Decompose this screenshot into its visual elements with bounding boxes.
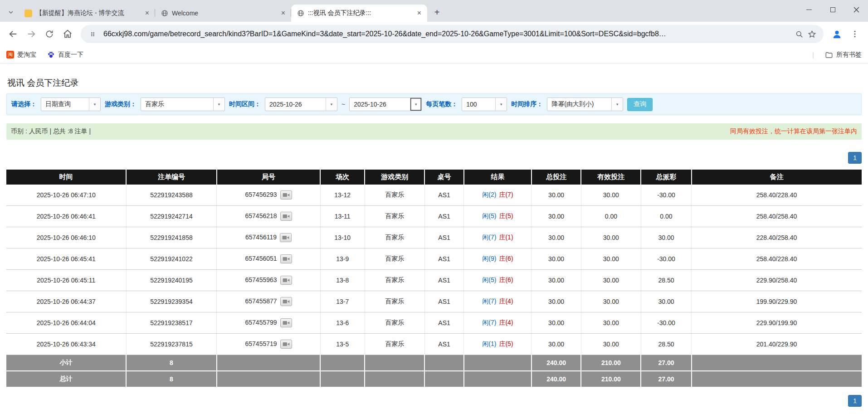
- result-player: 闲(2): [482, 191, 496, 198]
- date-start-dropdown[interactable]: 2025-10-26 ▼: [265, 97, 337, 111]
- bookmark-label: 爱淘宝: [17, 51, 36, 59]
- round-id: 657455719: [245, 340, 277, 347]
- chevron-down-icon[interactable]: ▼: [89, 98, 100, 111]
- per-page-dropdown[interactable]: 100 ▼: [462, 97, 507, 111]
- round-id: 657456293: [245, 191, 277, 198]
- browser-menu-button[interactable]: [846, 25, 863, 43]
- chevron-down-icon[interactable]: ▼: [410, 98, 421, 111]
- all-bookmarks-button[interactable]: 所有书签: [825, 51, 862, 59]
- chevron-down-icon[interactable]: ▼: [495, 98, 507, 111]
- time-cell: 2025-10-26 06:45:41: [6, 248, 126, 270]
- zoom-lens-icon[interactable]: [793, 28, 805, 40]
- search-button[interactable]: 查询: [627, 98, 653, 111]
- total-bet-cell[interactable]: 30.00: [532, 185, 581, 206]
- tab-close-icon[interactable]: ×: [415, 9, 424, 18]
- video-replay-button[interactable]: [280, 190, 292, 200]
- video-replay-button[interactable]: [280, 254, 292, 263]
- page-1-button[interactable]: 1: [848, 152, 862, 164]
- tab-haiyan-forum[interactable]: 【新提醒】海燕论坛 - 博学交流 ×: [19, 5, 155, 22]
- total-bet-cell[interactable]: 30.00: [532, 270, 581, 291]
- result-cell: 闲(5)庄(6): [464, 270, 532, 291]
- pagination-bottom: 1: [6, 395, 862, 407]
- refresh-button[interactable]: [41, 25, 58, 43]
- total-payout: 27.00: [641, 371, 691, 387]
- url-text[interactable]: 66cxkj98.com/game/betrecord_search/kind3…: [103, 30, 788, 38]
- chevron-down-icon[interactable]: ▼: [611, 98, 623, 111]
- header-payout: 总派彩: [641, 170, 691, 185]
- note-cell: 229.90/199.90: [692, 312, 862, 334]
- table-no-cell: AS1: [424, 185, 464, 206]
- tab-bet-records-active[interactable]: :::视讯 会员下注纪录::: ×: [291, 5, 427, 22]
- globe-icon: [161, 10, 168, 17]
- tab-welcome[interactable]: Welcome ×: [155, 5, 291, 22]
- total-bet-cell[interactable]: 30.00: [532, 248, 581, 270]
- bookmarks-separator: |: [812, 51, 814, 58]
- result-player: 闲(9): [482, 255, 496, 262]
- time-cell: 2025-10-26 06:44:04: [6, 312, 126, 334]
- video-replay-button[interactable]: [280, 340, 292, 349]
- subtotal-row: 小计 8 240.00 210.00 27.00: [6, 355, 862, 371]
- header-time: 时间: [6, 170, 126, 185]
- session-cell: 13-8: [320, 270, 365, 291]
- forward-button[interactable]: [23, 25, 40, 43]
- time-cell: 2025-10-26 06:43:34: [6, 334, 126, 355]
- tab-list-chevron-icon[interactable]: [5, 6, 17, 19]
- profile-avatar[interactable]: [828, 25, 845, 43]
- forward-icon: [26, 29, 36, 39]
- window-maximize-button[interactable]: [821, 0, 844, 19]
- valid-bet-cell: 30.00: [581, 334, 641, 355]
- result-player: 闲(7): [482, 297, 496, 305]
- tab-title: 【新提醒】海燕论坛 - 博学交流: [36, 9, 139, 17]
- home-button[interactable]: [59, 25, 76, 43]
- new-tab-button[interactable]: +: [431, 6, 443, 19]
- tab-title: :::视讯 会员下注纪录:::: [308, 9, 411, 17]
- result-banker: 庄(7): [499, 191, 513, 198]
- game-type-label: 游戏类别：: [105, 100, 137, 108]
- page-1-button[interactable]: 1: [848, 395, 862, 407]
- total-bet-cell[interactable]: 30.00: [532, 227, 581, 248]
- total-label: 总计: [6, 371, 126, 387]
- table-no-cell: AS1: [424, 206, 464, 227]
- video-replay-button[interactable]: [280, 297, 292, 306]
- sort-order-dropdown[interactable]: 降幂(由大到小) ▼: [547, 97, 623, 111]
- game-type-dropdown[interactable]: 百家乐 ▼: [141, 97, 225, 111]
- total-bet-cell[interactable]: 30.00: [532, 206, 581, 227]
- bookmark-taobao[interactable]: 淘 爱淘宝: [6, 51, 36, 59]
- note-cell: 258.40/258.40: [692, 206, 862, 227]
- tab-close-icon[interactable]: ×: [279, 9, 288, 18]
- table-no-cell: AS1: [424, 291, 464, 312]
- bet-table-body: 2025-10-26 06:47:10 522919243588 6574562…: [6, 185, 862, 355]
- video-replay-button[interactable]: [280, 233, 292, 242]
- result-cell: 闲(5)庄(5): [464, 206, 532, 227]
- note-cell: 199.90/229.90: [692, 291, 862, 312]
- site-info-icon[interactable]: [86, 28, 99, 40]
- total-bet-cell[interactable]: 30.00: [532, 334, 581, 355]
- address-bar[interactable]: 66cxkj98.com/game/betrecord_search/kind3…: [81, 25, 824, 43]
- payout-cell: 30.00: [641, 227, 691, 248]
- window-minimize-button[interactable]: [797, 0, 821, 19]
- select-mode-dropdown[interactable]: 日期查询 ▼: [41, 97, 101, 111]
- video-replay-button[interactable]: [280, 212, 292, 221]
- date-end-dropdown[interactable]: 2025-10-26 ▼: [349, 97, 422, 111]
- chevron-down-icon[interactable]: ▼: [326, 98, 337, 111]
- bookmark-baidu[interactable]: 百度一下: [47, 51, 83, 59]
- total-bet-cell[interactable]: 30.00: [532, 291, 581, 312]
- total-bet-cell[interactable]: 30.00: [532, 312, 581, 334]
- header-result: 结果: [464, 170, 532, 185]
- video-replay-button[interactable]: [280, 276, 292, 285]
- window-close-button[interactable]: [844, 0, 868, 19]
- maximize-icon: [830, 7, 835, 12]
- subtotal-count: 8: [126, 355, 217, 371]
- bookmark-star-icon[interactable]: [805, 28, 818, 40]
- back-button[interactable]: [5, 25, 22, 43]
- header-round: 局号: [217, 170, 320, 185]
- valid-bet-cell: 30.00: [581, 248, 641, 270]
- session-cell: 13-12: [320, 185, 365, 206]
- payout-cell: -30.00: [641, 185, 691, 206]
- chevron-down-icon[interactable]: ▼: [213, 98, 224, 111]
- tab-close-icon[interactable]: ×: [143, 9, 151, 18]
- video-replay-button[interactable]: [280, 318, 292, 327]
- payout-cell: 30.00: [641, 291, 691, 312]
- video-camera-icon: [283, 214, 290, 219]
- video-camera-icon: [283, 256, 290, 262]
